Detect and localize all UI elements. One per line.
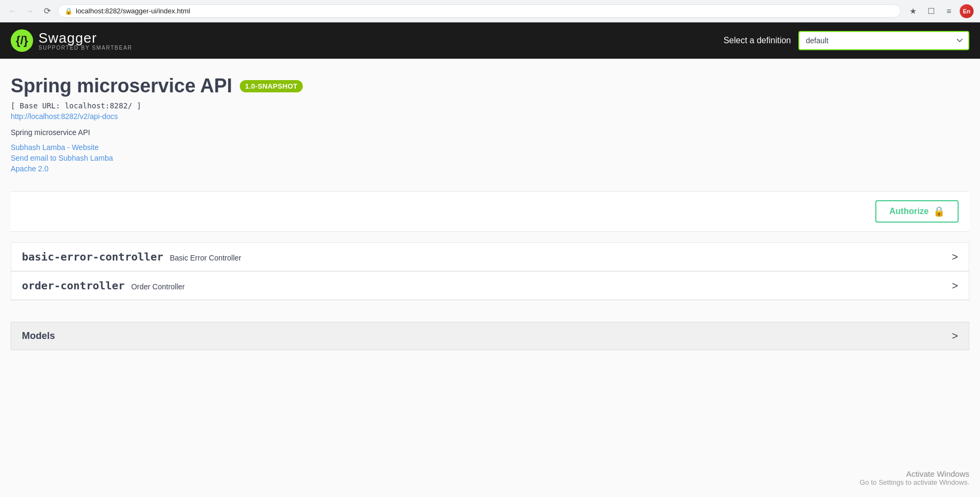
controller-item-basic-error: basic-error-controller Basic Error Contr…	[11, 242, 969, 272]
bookmark-star-button[interactable]: ★	[905, 4, 920, 19]
main-content: Spring microservice API 1.0-SNAPSHOT [ B…	[0, 59, 980, 366]
extensions-button[interactable]: ☐	[923, 4, 938, 19]
authorize-button[interactable]: Authorize 🔒	[875, 200, 959, 223]
models-title: Models	[22, 330, 55, 342]
controller-title-area-basic-error: basic-error-controller Basic Error Contr…	[22, 250, 241, 263]
controller-desc-basic-error: Basic Error Controller	[170, 254, 241, 262]
browser-chrome: ← → ⟳ 🔒 localhost:8282/swagger-ui/index.…	[0, 0, 980, 22]
authorize-section: Authorize 🔒	[11, 192, 969, 232]
top-navbar: {/} Swagger Supported by SMARTBEAR Selec…	[0, 22, 980, 59]
address-bar: 🔒 localhost:8282/swagger-ui/index.html	[58, 4, 901, 18]
swagger-brand-text: Swagger Supported by SMARTBEAR	[38, 31, 132, 51]
menu-button[interactable]: ≡	[942, 4, 957, 19]
authorize-lock-icon: 🔒	[933, 206, 945, 217]
controller-item-order: order-controller Order Controller >	[11, 272, 969, 301]
swagger-name: Swagger	[38, 31, 132, 45]
definition-select-area: Select a definition default	[724, 31, 969, 50]
avatar[interactable]: En	[960, 4, 974, 18]
base-url: [ Base URL: localhost:8282/ ]	[11, 101, 969, 110]
api-info: Spring microservice API 1.0-SNAPSHOT [ B…	[11, 75, 969, 192]
back-button[interactable]: ←	[6, 5, 19, 18]
controller-title-area-order: order-controller Order Controller	[22, 279, 185, 292]
api-title-row: Spring microservice API 1.0-SNAPSHOT	[11, 75, 969, 97]
definition-label: Select a definition	[724, 36, 791, 45]
website-link[interactable]: Subhash Lamba - Website	[11, 143, 969, 152]
controller-header-basic-error[interactable]: basic-error-controller Basic Error Contr…	[11, 243, 969, 271]
definition-select[interactable]: default	[798, 31, 969, 50]
controllers-section: basic-error-controller Basic Error Contr…	[11, 232, 969, 311]
license-link[interactable]: Apache 2.0	[11, 164, 969, 173]
api-description: Spring microservice API	[11, 128, 969, 137]
reload-button[interactable]: ⟳	[41, 5, 53, 18]
chevron-right-models: >	[952, 330, 958, 342]
url-text: localhost:8282/swagger-ui/index.html	[76, 7, 190, 15]
version-badge: 1.0-SNAPSHOT	[240, 80, 303, 92]
swagger-tagline: Supported by SMARTBEAR	[38, 45, 132, 51]
swagger-brand: {/} Swagger Supported by SMARTBEAR	[11, 29, 132, 52]
api-docs-link[interactable]: http://localhost:8282/v2/api-docs	[11, 112, 969, 121]
controller-name-basic-error: basic-error-controller	[22, 250, 163, 263]
swagger-logo-icon: {/}	[15, 34, 28, 48]
controller-desc-order: Order Controller	[131, 282, 185, 291]
lock-icon: 🔒	[65, 7, 73, 15]
chrome-actions: ★ ☐ ≡ En	[905, 4, 974, 19]
controller-header-order[interactable]: order-controller Order Controller >	[11, 272, 969, 300]
models-section: Models >	[11, 322, 969, 350]
controller-name-order: order-controller	[22, 279, 125, 292]
chevron-right-basic-error: >	[952, 251, 958, 263]
chevron-right-order: >	[952, 280, 958, 292]
forward-button[interactable]: →	[23, 5, 36, 18]
swagger-logo: {/}	[11, 29, 33, 52]
authorize-label: Authorize	[889, 207, 929, 216]
email-link[interactable]: Send email to Subhash Lamba	[11, 154, 969, 162]
api-title: Spring microservice API	[11, 75, 232, 97]
models-header[interactable]: Models >	[11, 322, 969, 350]
